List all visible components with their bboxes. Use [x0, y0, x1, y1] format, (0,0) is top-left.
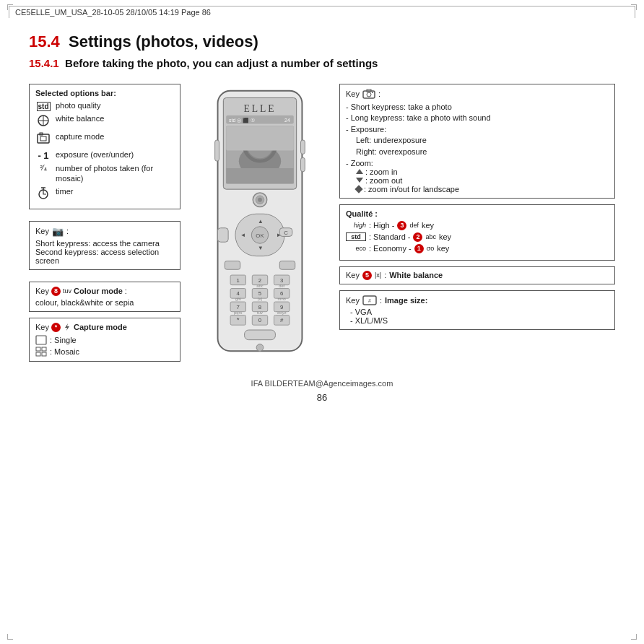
cam-line2: Long keypress: take a photo with sound [346, 113, 609, 123]
left-column: Selected options bar: std photo quality … [29, 84, 180, 367]
svg-rect-8 [36, 352, 40, 356]
svg-text:1: 1 [237, 277, 240, 284]
svg-text:▼: ▼ [258, 245, 264, 251]
exposure-right: Right: overexposure [346, 147, 609, 157]
zoom-in-icon [356, 169, 363, 174]
option-row-capture: capture mode [35, 131, 174, 147]
corner-tl [7, 4, 13, 10]
wb-title: White balance [389, 271, 443, 279]
corner-br [631, 634, 637, 640]
cam-line3: Exposure: [346, 124, 609, 135]
svg-rect-3 [40, 136, 46, 141]
capture-mosaic-row: : Mosaic [35, 347, 174, 357]
right-key-colon: : [378, 90, 380, 98]
qualite-eco-label: : Economy - [369, 244, 412, 253]
qualite-std-label: : Standard - [369, 232, 410, 241]
svg-text:def: def [279, 284, 284, 288]
selected-options-box: Selected options bar: std photo quality … [29, 84, 180, 209]
svg-text:*: * [237, 316, 240, 323]
capture-mode-title: Capture mode [74, 323, 127, 331]
svg-rect-6 [36, 347, 40, 351]
svg-text:5: 5 [258, 290, 261, 297]
imgsize-label: Image size: [385, 296, 427, 305]
svg-text:std ◎ ⬛ ①: std ◎ ⬛ ① [229, 117, 255, 123]
key-camera-line1: Short keypress: access the camera [35, 239, 174, 248]
key-colour-mode-box: Key 8 tuv Colour mode: colour, black&whi… [29, 282, 180, 312]
colour-mode-title: Colour mode [74, 287, 123, 295]
page-number: 86 [29, 392, 615, 403]
option-row-mosaic: ²⁄₄ number of photos taken (for mosaic) [35, 163, 174, 184]
zoom-out-label: : zoom out [365, 176, 402, 185]
svg-text:ghi: ghi [235, 297, 241, 301]
svg-text:#: # [368, 298, 371, 303]
zoom-label: - Zoom: [346, 159, 609, 167]
imgsize-key-label: Key [346, 296, 360, 305]
camera-key-icon: 📷 [52, 226, 64, 237]
svg-text:3: 3 [280, 277, 283, 284]
svg-text:2: 2 [258, 277, 261, 284]
key-capture-mode-box: Key * Capture mode : Single [29, 318, 180, 362]
qualite-high-label: : High - [369, 221, 394, 230]
phone-drawing: ELLE std ◎ ⬛ ① 24 [195, 84, 325, 358]
mosaic-label: number of photos taken (for mosaic) [56, 163, 174, 184]
subsection-heading: Before taking the photo, you can adjust … [65, 57, 378, 69]
timer-label: timer [56, 186, 73, 196]
single-label: : Single [50, 336, 77, 344]
eco-icon: eco [346, 245, 366, 252]
section-number: 15.4 [29, 32, 60, 51]
key-camera-right-list: Short keypress: take a photo Long keypre… [346, 102, 609, 135]
key-label-colour: Key [35, 287, 49, 295]
svg-rect-5 [36, 336, 46, 344]
subsection-number: 15.4.1 [29, 57, 59, 69]
lightning-icon [63, 323, 71, 331]
imgsize-key-icon: # [362, 295, 377, 305]
zoom-out-icon [356, 178, 363, 183]
svg-rect-73 [301, 140, 305, 154]
svg-text:|x|: |x| [258, 297, 262, 301]
svg-rect-7 [42, 347, 46, 351]
svg-text:wxyz: wxyz [277, 310, 287, 315]
mosaic-icon [35, 347, 47, 357]
exposure-label: exposure (over/under) [56, 149, 134, 160]
timer-icon [35, 187, 51, 202]
colour-key-num: 8 [51, 287, 61, 296]
zoom-landscape-icon [354, 185, 362, 193]
svg-rect-74 [301, 157, 305, 171]
svg-text:#: # [280, 317, 284, 323]
exposure-icon: - 1 [35, 150, 51, 161]
mosaic-count-icon: ²⁄₄ [35, 164, 51, 172]
qualite-title: Qualité : [346, 209, 609, 218]
center-column: ELLE std ◎ ⬛ ① 24 [188, 84, 332, 358]
colour-mode-desc: colour, black&white or sepia [35, 298, 134, 307]
right-column: Key : Short keypress: take a photo Long … [339, 84, 615, 330]
corner-bl [7, 634, 13, 640]
imgsize-vga: - VGA [346, 308, 609, 316]
option-row-exposure: - 1 exposure (over/under) [35, 149, 174, 161]
single-icon [35, 335, 47, 345]
qualite-std-row: std : Standard - 2 abc key [346, 232, 609, 242]
high-key-word: key [422, 221, 434, 230]
svg-rect-22 [226, 168, 294, 183]
svg-text:24: 24 [284, 118, 290, 123]
high-icon: high [346, 222, 366, 229]
wb-label: white balance [56, 113, 104, 123]
svg-text:abc: abc [256, 284, 263, 288]
exposure-left: Left: underexposure [346, 135, 609, 146]
wb-key-num: 5 [362, 271, 372, 280]
key-camera-right-box: Key : Short keypress: take a photo Long … [339, 84, 615, 199]
key-camera-line2: Second keypress: access selection screen [35, 248, 174, 265]
svg-text:▲: ▲ [258, 218, 264, 225]
svg-text:9: 9 [280, 304, 283, 310]
svg-text:pqrs: pqrs [234, 310, 242, 315]
svg-text:7: 7 [237, 304, 240, 310]
capture-single-row: : Single [35, 335, 174, 345]
selected-bar-title: Selected options bar: [35, 89, 174, 97]
zoom-landscape-label: : zoom in/out for landscape [364, 185, 459, 193]
capture-label: capture mode [56, 131, 104, 142]
section-heading: Settings (photos, videos) [69, 32, 258, 51]
wb-icon [35, 114, 51, 129]
svg-rect-35 [218, 228, 229, 242]
quality-icon: std [35, 101, 51, 111]
svg-point-77 [367, 92, 371, 97]
svg-text:0: 0 [258, 317, 262, 323]
